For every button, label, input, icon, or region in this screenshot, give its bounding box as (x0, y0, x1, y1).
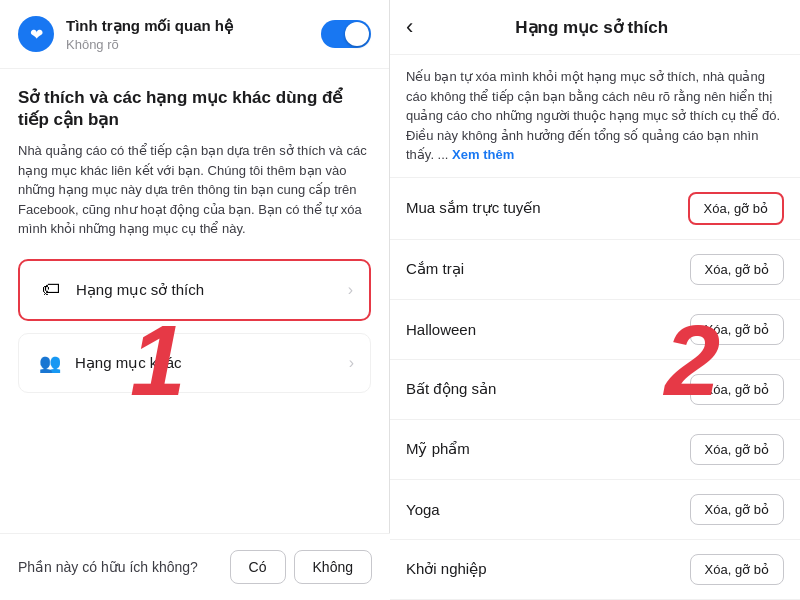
tag-icon: 🏷 (36, 275, 66, 305)
interest-name: Halloween (406, 321, 690, 338)
remove-interest-button[interactable]: Xóa, gỡ bỏ (688, 192, 784, 225)
menu-item-interests[interactable]: 🏷 Hạng mục sở thích › (18, 259, 371, 321)
step-number-2: 2 (664, 310, 720, 410)
interest-item: Cắm trạiXóa, gỡ bỏ (390, 240, 800, 300)
relationship-text: Tình trạng mối quan hệ Không rõ (66, 17, 321, 52)
remove-interest-button[interactable]: Xóa, gỡ bỏ (690, 554, 784, 585)
relationship-row: ❤ Tình trạng mối quan hệ Không rõ (0, 0, 389, 69)
interest-name: Cắm trại (406, 260, 690, 278)
right-description: Nếu bạn tự xóa mình khỏi một hạng mục sở… (390, 55, 800, 178)
relationship-toggle[interactable] (321, 20, 371, 48)
interest-item: Mỹ phẩmXóa, gỡ bỏ (390, 420, 800, 480)
feedback-question: Phần này có hữu ích không? (18, 559, 222, 575)
feedback-row: Phần này có hữu ích không? Có Không (0, 533, 390, 600)
menu-item-interests-label: Hạng mục sở thích (76, 281, 348, 299)
interest-name: Bất động sản (406, 380, 690, 398)
interest-list: Mua sắm trực tuyếnXóa, gỡ bỏCắm trạiXóa,… (390, 178, 800, 601)
step-number-1: 1 (130, 310, 186, 410)
interest-name: Mua sắm trực tuyến (406, 199, 688, 217)
menu-item-other-label: Hạng mục khác (75, 354, 349, 372)
relationship-icon: ❤ (18, 16, 54, 52)
right-title: Hạng mục sở thích (423, 17, 760, 38)
right-header: ‹ Hạng mục sở thích (390, 0, 800, 55)
section-desc: Nhà quảng cáo có thể tiếp cận bạn dựa tr… (18, 141, 371, 239)
interest-name: Yoga (406, 501, 690, 518)
remove-interest-button[interactable]: Xóa, gỡ bỏ (690, 434, 784, 465)
interest-name: Mỹ phẩm (406, 440, 690, 458)
see-more-link[interactable]: Xem thêm (452, 147, 514, 162)
back-button[interactable]: ‹ (406, 14, 413, 40)
interest-item: YogaXóa, gỡ bỏ (390, 480, 800, 540)
section-title: Sở thích và các hạng mục khác dùng để ti… (18, 87, 371, 131)
interest-name: Khởi nghiệp (406, 560, 690, 578)
relationship-title: Tình trạng mối quan hệ (66, 17, 321, 35)
left-content: Sở thích và các hạng mục khác dùng để ti… (0, 69, 389, 600)
interest-item: Khởi nghiệpXóa, gỡ bỏ (390, 540, 800, 600)
interest-item: Bất động sảnXóa, gỡ bỏ (390, 360, 800, 420)
group-icon: 👥 (35, 348, 65, 378)
relationship-subtitle: Không rõ (66, 37, 321, 52)
remove-interest-button[interactable]: Xóa, gỡ bỏ (690, 494, 784, 525)
chevron-right-icon: › (348, 281, 353, 299)
interest-item: HalloweenXóa, gỡ bỏ (390, 300, 800, 360)
feedback-no-button[interactable]: Không (294, 550, 372, 584)
chevron-right-icon-2: › (349, 354, 354, 372)
interest-item: Mua sắm trực tuyếnXóa, gỡ bỏ (390, 178, 800, 240)
feedback-yes-button[interactable]: Có (230, 550, 286, 584)
menu-item-other[interactable]: 👥 Hạng mục khác › (18, 333, 371, 393)
remove-interest-button[interactable]: Xóa, gỡ bỏ (690, 254, 784, 285)
